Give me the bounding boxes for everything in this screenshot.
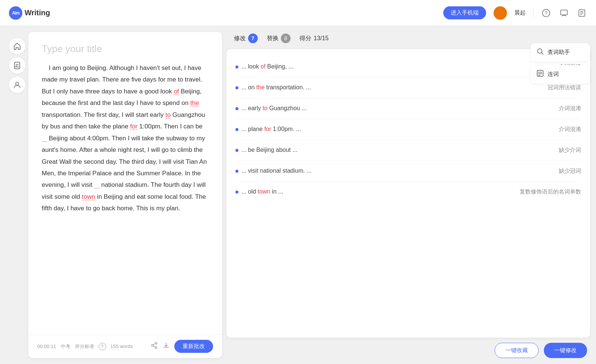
avatar	[494, 6, 507, 20]
bullet-icon	[235, 128, 238, 131]
error-for: for	[130, 123, 137, 130]
sidebar-item-bookmark[interactable]	[9, 57, 25, 74]
correction-type-5: 缺少介词	[559, 147, 581, 154]
download-icon[interactable]	[162, 342, 170, 351]
correction-item-5[interactable]: ... be Beijing about ... 缺少介词	[235, 140, 581, 161]
editor-footer: 00:00:11 中考 评分标准 ? 155 words	[28, 334, 222, 358]
sidebar	[6, 32, 28, 358]
connectors-tool-icon	[536, 70, 544, 79]
correction-type-3: 介词混淆	[559, 105, 581, 112]
keyword-town: town	[258, 188, 270, 195]
tab-score-label: 得分	[299, 35, 311, 42]
replacements-badge: 8	[281, 33, 291, 43]
book-icon[interactable]	[577, 8, 587, 18]
correction-text-3: ... early to Guangzhou ...	[241, 105, 556, 112]
svg-point-11	[155, 347, 157, 349]
tool-search-label: 查词助手	[548, 49, 570, 56]
correction-text-4: ... plane for 1:00pm. ...	[241, 126, 556, 132]
score-value: 13/15	[314, 35, 329, 42]
bullet-icon	[235, 170, 238, 173]
correction-item-7[interactable]: ... old town in ... 复数修饰语后的名词单数	[235, 182, 581, 202]
help-circle-icon[interactable]: ?	[99, 343, 106, 350]
bullet-icon	[235, 107, 238, 110]
correction-text-2: ... on the transportation. ...	[241, 84, 545, 91]
share-icon[interactable]	[150, 342, 158, 351]
main-content: Type your title I am going to Beijing. A…	[0, 26, 596, 364]
svg-rect-2	[561, 10, 567, 15]
right-panel: 修改 7 替换 8 得分 13/15 ... look of Beijing, …	[226, 32, 590, 358]
help-icon[interactable]: ?	[541, 8, 551, 18]
corrections-panel: ... look of Beijing, ... 介词混淆 ... on the…	[226, 49, 590, 338]
correction-item-2[interactable]: ... on the transportation. ... 冠词用法错误	[235, 77, 581, 98]
correction-item-6[interactable]: ... visit national stadium. ... 缺少冠词	[235, 161, 581, 182]
error-be	[42, 135, 47, 142]
tool-connectors[interactable]: 连词	[530, 65, 590, 83]
mobile-btn[interactable]: 进入手机端	[443, 6, 486, 19]
divider	[533, 9, 533, 17]
bullet-icon	[235, 86, 238, 89]
error-of: of	[174, 88, 179, 95]
header: Aim Writing 进入手机端 晨起 ?	[0, 0, 596, 26]
editor-body[interactable]: I am going to Beijing. Although I haven'…	[42, 62, 209, 214]
editor-content[interactable]: Type your title I am going to Beijing. A…	[28, 32, 222, 334]
exam-type: 中考	[61, 343, 70, 350]
bullet-icon	[235, 66, 238, 68]
keyword-to: to	[263, 105, 267, 111]
sidebar-item-profile[interactable]	[9, 77, 25, 93]
corrections-badge: 7	[248, 33, 258, 43]
correction-text-5: ... be Beijing about ...	[241, 147, 556, 153]
svg-point-9	[155, 342, 157, 344]
correction-item-1[interactable]: ... look of Beijing, ... 介词混淆	[235, 57, 581, 77]
header-right: 进入手机端 晨起 ?	[443, 6, 587, 20]
keyword-for: for	[264, 126, 271, 132]
keyword-the: the	[256, 84, 264, 90]
svg-line-13	[153, 346, 155, 347]
error-to: to	[165, 111, 171, 118]
recheck-button[interactable]: 重新批改	[174, 340, 213, 353]
correction-text-6: ... visit national stadium. ...	[241, 167, 556, 174]
tab-corrections-label: 修改	[234, 35, 246, 42]
logo-text: Writing	[25, 9, 50, 17]
tab-replacements[interactable]: 替换 8	[262, 32, 295, 45]
editor-panel: Type your title I am going to Beijing. A…	[28, 32, 222, 358]
fix-button[interactable]: 一键修改	[544, 343, 587, 358]
error-town: town	[82, 193, 95, 200]
bullet-icon	[235, 191, 238, 194]
floating-tools: 查词助手 连词	[530, 43, 590, 83]
svg-text:?: ?	[545, 10, 547, 16]
word-count: 155 words	[111, 344, 133, 349]
tab-replacements-label: 替换	[267, 35, 279, 42]
scoring-standard: 评分标准	[75, 343, 94, 350]
correction-item-3[interactable]: ... early to Guangzhou ... 介词混淆	[235, 98, 581, 119]
tool-connectors-label: 连词	[548, 71, 559, 78]
correction-type-4: 介词混淆	[559, 126, 581, 133]
error-visit	[94, 181, 99, 188]
timer: 00:00:11	[37, 344, 56, 349]
correction-type-2: 冠词用法错误	[548, 84, 581, 91]
tab-corrections[interactable]: 修改 7	[229, 32, 262, 45]
tool-search[interactable]: 查词助手	[530, 43, 590, 61]
tab-score[interactable]: 得分 13/15	[295, 33, 333, 44]
svg-line-15	[542, 53, 543, 55]
bullet-icon	[235, 149, 238, 152]
logo: Aim Writing	[9, 6, 50, 20]
correction-type-7: 复数修饰语后的名词单数	[520, 188, 581, 195]
correction-item-4[interactable]: ... plane for 1:00pm. ... 介词混淆	[235, 119, 581, 140]
correction-type-6: 缺少冠词	[559, 167, 581, 175]
username: 晨起	[514, 9, 526, 16]
svg-point-8	[16, 82, 19, 85]
sidebar-item-home[interactable]	[9, 38, 25, 54]
svg-point-10	[152, 345, 153, 347]
correction-text-7: ... old town in ...	[241, 188, 517, 195]
bottom-buttons: 一键收藏 一键修改	[226, 338, 590, 358]
save-button[interactable]: 一键收藏	[495, 343, 539, 358]
svg-rect-7	[15, 62, 20, 69]
editor-title-placeholder: Type your title	[42, 43, 209, 55]
error-the: the	[190, 99, 199, 106]
search-tool-icon	[536, 48, 544, 57]
svg-line-12	[153, 344, 155, 345]
logo-icon: Aim	[9, 6, 22, 20]
message-icon[interactable]	[559, 8, 569, 18]
keyword-of: of	[261, 63, 266, 70]
correction-text-1: ... look of Beijing, ...	[241, 63, 556, 70]
